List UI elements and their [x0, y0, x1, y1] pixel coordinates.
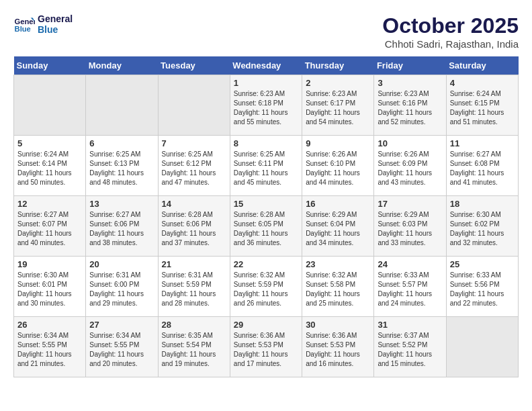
calendar-cell: 4Sunrise: 6:24 AM Sunset: 6:15 PM Daylig… — [446, 75, 518, 136]
weekday-header: Tuesday — [158, 56, 230, 75]
day-number: 6 — [89, 138, 154, 148]
calendar-cell: 29Sunrise: 6:36 AM Sunset: 5:53 PM Dayli… — [230, 317, 302, 377]
weekday-header: Wednesday — [230, 56, 302, 75]
day-number: 24 — [378, 259, 442, 269]
weekday-header-row: SundayMondayTuesdayWednesdayThursdayFrid… — [14, 56, 519, 75]
day-number: 9 — [306, 138, 370, 148]
calendar-cell: 5Sunrise: 6:24 AM Sunset: 6:14 PM Daylig… — [14, 136, 86, 196]
day-number: 30 — [306, 320, 370, 330]
day-number: 22 — [234, 259, 298, 269]
calendar-cell: 23Sunrise: 6:32 AM Sunset: 5:58 PM Dayli… — [302, 257, 374, 317]
day-info: Sunrise: 6:24 AM Sunset: 6:14 PM Dayligh… — [17, 150, 82, 187]
day-info: Sunrise: 6:30 AM Sunset: 6:01 PM Dayligh… — [17, 271, 82, 308]
day-number: 14 — [162, 199, 226, 209]
location: Chhoti Sadri, Rajasthan, India — [382, 38, 519, 50]
day-info: Sunrise: 6:31 AM Sunset: 5:59 PM Dayligh… — [162, 271, 226, 308]
weekday-header: Thursday — [302, 56, 374, 75]
day-info: Sunrise: 6:25 AM Sunset: 6:12 PM Dayligh… — [162, 150, 226, 187]
calendar-cell — [86, 75, 158, 136]
day-number: 25 — [450, 259, 515, 269]
day-info: Sunrise: 6:32 AM Sunset: 5:59 PM Dayligh… — [234, 271, 298, 308]
logo-icon: General Blue — [13, 13, 35, 35]
day-number: 20 — [89, 259, 154, 269]
weekday-header: Saturday — [446, 56, 518, 75]
day-info: Sunrise: 6:33 AM Sunset: 5:57 PM Dayligh… — [378, 271, 442, 308]
day-info: Sunrise: 6:28 AM Sunset: 6:06 PM Dayligh… — [162, 210, 226, 248]
calendar-cell: 19Sunrise: 6:30 AM Sunset: 6:01 PM Dayli… — [14, 257, 86, 317]
calendar-cell — [14, 75, 86, 136]
day-info: Sunrise: 6:36 AM Sunset: 5:53 PM Dayligh… — [234, 331, 298, 369]
calendar-cell: 22Sunrise: 6:32 AM Sunset: 5:59 PM Dayli… — [230, 257, 302, 317]
month-title: October 2025 — [382, 13, 519, 38]
weekday-header: Friday — [374, 56, 446, 75]
svg-text:Blue: Blue — [15, 25, 31, 33]
calendar-cell: 1Sunrise: 6:23 AM Sunset: 6:18 PM Daylig… — [230, 75, 302, 136]
calendar-cell: 27Sunrise: 6:34 AM Sunset: 5:55 PM Dayli… — [86, 317, 158, 377]
day-info: Sunrise: 6:34 AM Sunset: 5:55 PM Dayligh… — [17, 331, 82, 369]
day-info: Sunrise: 6:33 AM Sunset: 5:56 PM Dayligh… — [450, 271, 515, 308]
calendar-cell: 31Sunrise: 6:37 AM Sunset: 5:52 PM Dayli… — [374, 317, 446, 377]
calendar-week-row: 5Sunrise: 6:24 AM Sunset: 6:14 PM Daylig… — [14, 136, 519, 196]
logo: General Blue General Blue — [13, 13, 73, 35]
day-number: 4 — [450, 78, 515, 88]
calendar-week-row: 1Sunrise: 6:23 AM Sunset: 6:18 PM Daylig… — [14, 75, 519, 136]
calendar-cell: 10Sunrise: 6:26 AM Sunset: 6:09 PM Dayli… — [374, 136, 446, 196]
day-number: 3 — [378, 78, 442, 88]
weekday-header: Monday — [86, 56, 158, 75]
day-number: 7 — [162, 138, 226, 148]
day-number: 23 — [306, 259, 370, 269]
page-header: General Blue General Blue October 2025 C… — [13, 13, 519, 50]
calendar-cell: 2Sunrise: 6:23 AM Sunset: 6:17 PM Daylig… — [302, 75, 374, 136]
calendar-week-row: 12Sunrise: 6:27 AM Sunset: 6:07 PM Dayli… — [14, 196, 519, 257]
day-number: 16 — [306, 199, 370, 209]
day-number: 27 — [89, 320, 154, 330]
calendar-cell: 14Sunrise: 6:28 AM Sunset: 6:06 PM Dayli… — [158, 196, 230, 257]
day-number: 11 — [450, 138, 515, 148]
day-info: Sunrise: 6:23 AM Sunset: 6:17 PM Dayligh… — [306, 89, 370, 127]
day-number: 5 — [17, 138, 82, 148]
day-number: 2 — [306, 78, 370, 88]
calendar-cell: 24Sunrise: 6:33 AM Sunset: 5:57 PM Dayli… — [374, 257, 446, 317]
day-info: Sunrise: 6:35 AM Sunset: 5:54 PM Dayligh… — [162, 331, 226, 369]
calendar-cell — [158, 75, 230, 136]
day-info: Sunrise: 6:24 AM Sunset: 6:15 PM Dayligh… — [450, 89, 515, 127]
calendar-table: SundayMondayTuesdayWednesdayThursdayFrid… — [13, 56, 519, 377]
day-info: Sunrise: 6:25 AM Sunset: 6:13 PM Dayligh… — [89, 150, 154, 187]
calendar-cell — [446, 317, 518, 377]
day-info: Sunrise: 6:25 AM Sunset: 6:11 PM Dayligh… — [234, 150, 298, 187]
day-info: Sunrise: 6:30 AM Sunset: 6:02 PM Dayligh… — [450, 210, 515, 248]
day-info: Sunrise: 6:23 AM Sunset: 6:18 PM Dayligh… — [234, 89, 298, 127]
calendar-cell: 21Sunrise: 6:31 AM Sunset: 5:59 PM Dayli… — [158, 257, 230, 317]
day-info: Sunrise: 6:26 AM Sunset: 6:10 PM Dayligh… — [306, 150, 370, 187]
day-info: Sunrise: 6:32 AM Sunset: 5:58 PM Dayligh… — [306, 271, 370, 308]
calendar-cell: 17Sunrise: 6:29 AM Sunset: 6:03 PM Dayli… — [374, 196, 446, 257]
calendar-cell: 7Sunrise: 6:25 AM Sunset: 6:12 PM Daylig… — [158, 136, 230, 196]
day-info: Sunrise: 6:29 AM Sunset: 6:04 PM Dayligh… — [306, 210, 370, 248]
weekday-header: Sunday — [14, 56, 86, 75]
calendar-cell: 18Sunrise: 6:30 AM Sunset: 6:02 PM Dayli… — [446, 196, 518, 257]
day-number: 31 — [378, 320, 442, 330]
day-info: Sunrise: 6:31 AM Sunset: 6:00 PM Dayligh… — [89, 271, 154, 308]
calendar-cell: 12Sunrise: 6:27 AM Sunset: 6:07 PM Dayli… — [14, 196, 86, 257]
day-number: 8 — [234, 138, 298, 148]
calendar-cell: 30Sunrise: 6:36 AM Sunset: 5:53 PM Dayli… — [302, 317, 374, 377]
day-info: Sunrise: 6:27 AM Sunset: 6:08 PM Dayligh… — [450, 150, 515, 187]
day-number: 15 — [234, 199, 298, 209]
day-number: 29 — [234, 320, 298, 330]
day-info: Sunrise: 6:36 AM Sunset: 5:53 PM Dayligh… — [306, 331, 370, 369]
logo-line2: Blue — [38, 24, 73, 35]
day-number: 26 — [17, 320, 82, 330]
day-info: Sunrise: 6:37 AM Sunset: 5:52 PM Dayligh… — [378, 331, 442, 369]
calendar-week-row: 19Sunrise: 6:30 AM Sunset: 6:01 PM Dayli… — [14, 257, 519, 317]
calendar-cell: 25Sunrise: 6:33 AM Sunset: 5:56 PM Dayli… — [446, 257, 518, 317]
calendar-cell: 20Sunrise: 6:31 AM Sunset: 6:00 PM Dayli… — [86, 257, 158, 317]
day-info: Sunrise: 6:27 AM Sunset: 6:06 PM Dayligh… — [89, 210, 154, 248]
title-block: October 2025 Chhoti Sadri, Rajasthan, In… — [382, 13, 519, 50]
calendar-cell: 9Sunrise: 6:26 AM Sunset: 6:10 PM Daylig… — [302, 136, 374, 196]
day-number: 1 — [234, 78, 298, 88]
day-info: Sunrise: 6:23 AM Sunset: 6:16 PM Dayligh… — [378, 89, 442, 127]
calendar-cell: 28Sunrise: 6:35 AM Sunset: 5:54 PM Dayli… — [158, 317, 230, 377]
day-number: 10 — [378, 138, 442, 148]
day-number: 17 — [378, 199, 442, 209]
logo-line1: General — [38, 13, 73, 24]
